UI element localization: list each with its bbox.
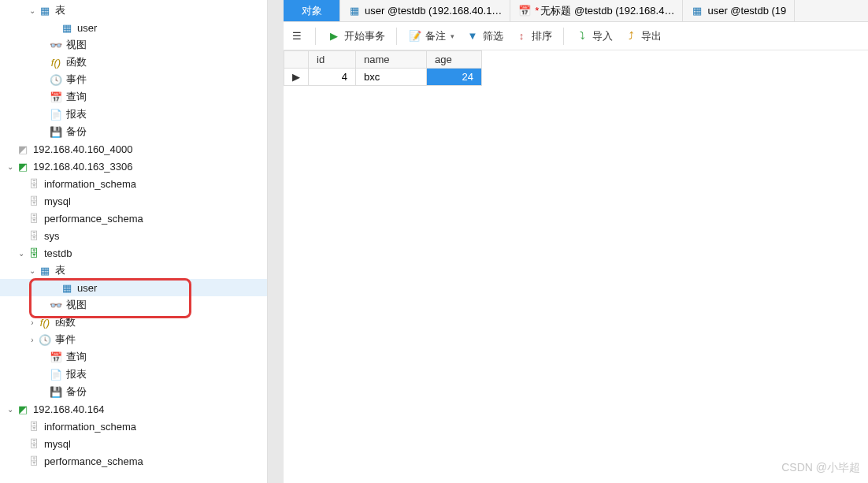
tree-testdb-reports[interactable]: 📄报表 bbox=[0, 366, 267, 383]
notes-icon: 📝 bbox=[408, 29, 422, 43]
database-icon: 🗄 bbox=[27, 419, 41, 433]
tree-db-performance-schema[interactable]: 🗄performance_schema bbox=[0, 210, 267, 227]
tab-user-2[interactable]: ▦user @testdb (19 bbox=[683, 0, 795, 21]
tab-user-1[interactable]: ▦user @testdb (192.168.40.1… bbox=[340, 0, 510, 21]
main-panel: 对象 ▦user @testdb (192.168.40.1… 📅*无标题 @t… bbox=[284, 0, 868, 483]
tree-164-information-schema[interactable]: 🗄information_schema bbox=[0, 418, 267, 435]
tree-item-events[interactable]: 🕓事件 bbox=[0, 71, 267, 88]
tree-testdb-queries[interactable]: 📅查询 bbox=[0, 348, 267, 366]
report-icon: 📄 bbox=[49, 107, 63, 121]
cell-id[interactable]: 4 bbox=[309, 69, 356, 86]
event-icon: 🕓 bbox=[38, 333, 52, 347]
notes-button[interactable]: 📝备注▾ bbox=[408, 29, 454, 43]
tree-testdb-events[interactable]: 🕓事件 bbox=[0, 331, 267, 348]
modified-indicator: * bbox=[535, 5, 539, 17]
transaction-icon: ▶ bbox=[327, 29, 341, 43]
tab-objects[interactable]: 对象 bbox=[284, 0, 340, 21]
tree-item-queries[interactable]: 📅查询 bbox=[0, 88, 267, 106]
query-icon: 📅 bbox=[49, 350, 63, 364]
tree-db-mysql[interactable]: 🗄mysql bbox=[0, 192, 267, 210]
tree-164-mysql[interactable]: 🗄mysql bbox=[0, 435, 267, 452]
connection-tree-panel: ▦表 ▦user 👓视图 f()函数 🕓事件 📅查询 📄报表 💾备份 ◩192.… bbox=[0, 0, 268, 483]
cell-age[interactable]: 24 bbox=[427, 69, 482, 86]
import-icon: ⤵ bbox=[575, 29, 589, 43]
tab-untitled-query[interactable]: 📅*无标题 @testdb (192.168.4… bbox=[510, 0, 683, 21]
row-indicator: ▶ bbox=[284, 69, 309, 86]
dropdown-arrow-icon: ▾ bbox=[451, 32, 454, 40]
function-icon: f() bbox=[49, 55, 63, 69]
splitter[interactable] bbox=[268, 0, 284, 483]
export-icon: ⤴ bbox=[624, 29, 638, 43]
tree-connection-163[interactable]: ◩192.168.40.163_3306 bbox=[0, 158, 267, 175]
filter-button[interactable]: ▼筛选 bbox=[466, 29, 503, 43]
query-icon: 📅 bbox=[49, 90, 63, 104]
column-header-age[interactable]: age bbox=[427, 51, 482, 69]
table-group-icon: ▦ bbox=[38, 3, 52, 17]
tree-db-testdb[interactable]: 🗄testdb bbox=[0, 244, 267, 262]
table-row[interactable]: ▶ 4 bxc 24 bbox=[284, 69, 482, 86]
table-toolbar: ☰ ▶开始事务 📝备注▾ ▼筛选 ↕排序 ⤵导入 ⤴导出 bbox=[284, 22, 868, 50]
sort-icon: ↕ bbox=[514, 29, 529, 43]
tree-testdb-views[interactable]: 👓视图 bbox=[0, 296, 267, 314]
backup-icon: 💾 bbox=[49, 385, 63, 399]
database-icon: 🗄 bbox=[27, 454, 41, 468]
tree-164-performance-schema[interactable]: 🗄performance_schema bbox=[0, 452, 267, 470]
tree-db-sys[interactable]: 🗄sys bbox=[0, 227, 267, 244]
sort-button[interactable]: ↕排序 bbox=[514, 29, 552, 43]
editor-tabs: 对象 ▦user @testdb (192.168.40.1… 📅*无标题 @t… bbox=[284, 0, 868, 22]
view-icon: 👓 bbox=[49, 38, 63, 52]
tree-item-tables[interactable]: ▦表 bbox=[0, 2, 267, 19]
table-group-icon: ▦ bbox=[38, 263, 52, 277]
menu-button[interactable]: ☰ bbox=[290, 29, 304, 43]
table-icon: ▦ bbox=[60, 281, 74, 295]
query-icon: 📅 bbox=[518, 5, 531, 17]
tree-connection-164[interactable]: ◩192.168.40.164 bbox=[0, 400, 267, 418]
view-icon: 👓 bbox=[49, 298, 63, 312]
table-icon: ▦ bbox=[60, 20, 74, 35]
filter-icon: ▼ bbox=[466, 29, 480, 43]
tree-item-views[interactable]: 👓视图 bbox=[0, 36, 267, 54]
tree-item-backups[interactable]: 💾备份 bbox=[0, 123, 267, 140]
tree-item-reports[interactable]: 📄报表 bbox=[0, 106, 267, 123]
database-icon: 🗄 bbox=[27, 228, 41, 243]
function-icon: f() bbox=[38, 315, 52, 329]
tree-testdb-user-table[interactable]: ▦user bbox=[0, 279, 267, 296]
database-icon: 🗄 bbox=[27, 437, 41, 451]
export-button[interactable]: ⤴导出 bbox=[624, 29, 662, 43]
column-header-name[interactable]: name bbox=[356, 51, 427, 69]
column-header-id[interactable]: id bbox=[309, 51, 356, 69]
database-icon: 🗄 bbox=[27, 176, 41, 191]
data-grid[interactable]: id name age ▶ 4 bxc 24 bbox=[284, 50, 482, 86]
import-button[interactable]: ⤵导入 bbox=[575, 29, 613, 43]
tree-testdb-functions[interactable]: f()函数 bbox=[0, 314, 267, 331]
database-icon: 🗄 bbox=[27, 194, 41, 208]
hamburger-icon: ☰ bbox=[290, 29, 304, 43]
cell-name[interactable]: bxc bbox=[356, 69, 427, 86]
tree-item-user-table[interactable]: ▦user bbox=[0, 19, 267, 36]
database-icon: 🗄 bbox=[27, 246, 41, 260]
connection-tree[interactable]: ▦表 ▦user 👓视图 f()函数 🕓事件 📅查询 📄报表 💾备份 ◩192.… bbox=[0, 0, 267, 471]
connection-icon: ◩ bbox=[16, 159, 30, 173]
tree-connection-160[interactable]: ◩192.168.40.160_4000 bbox=[0, 140, 267, 158]
tree-testdb-tables[interactable]: ▦表 bbox=[0, 262, 267, 279]
tree-testdb-backups[interactable]: 💾备份 bbox=[0, 383, 267, 400]
begin-transaction-button[interactable]: ▶开始事务 bbox=[327, 29, 385, 43]
backup-icon: 💾 bbox=[49, 124, 63, 139]
connection-icon: ◩ bbox=[16, 402, 30, 416]
table-icon: ▦ bbox=[691, 5, 703, 17]
table-icon: ▦ bbox=[348, 5, 361, 17]
data-grid-container: id name age ▶ 4 bxc 24 bbox=[284, 50, 868, 86]
database-icon: 🗄 bbox=[27, 211, 41, 225]
tree-db-information-schema[interactable]: 🗄information_schema bbox=[0, 175, 267, 192]
connection-icon: ◩ bbox=[16, 142, 30, 156]
row-indicator-header bbox=[284, 51, 309, 69]
report-icon: 📄 bbox=[49, 367, 63, 381]
tree-item-functions[interactable]: f()函数 bbox=[0, 54, 267, 71]
grid-header-row: id name age bbox=[284, 51, 482, 69]
event-icon: 🕓 bbox=[49, 72, 63, 87]
